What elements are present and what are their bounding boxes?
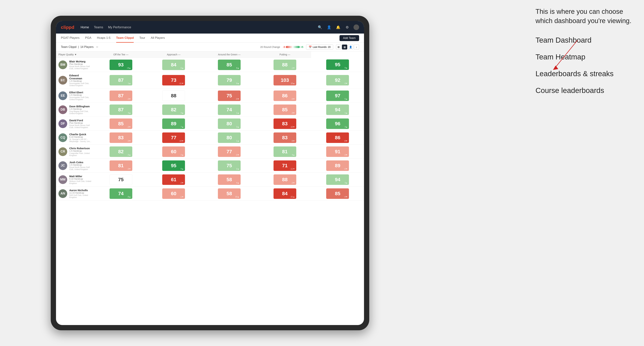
score-value: 87 bbox=[118, 93, 124, 99]
option-course-leaderboards: Course leaderboards bbox=[536, 86, 634, 95]
tab-hcaps[interactable]: Hcaps 1-5 bbox=[97, 34, 110, 43]
view-person-button[interactable]: 👤 bbox=[348, 44, 353, 49]
tab-pga[interactable]: PGA bbox=[85, 34, 91, 43]
score-value: 82 bbox=[171, 107, 176, 113]
score-value: 93 bbox=[118, 62, 124, 68]
table-area: Player Quality ▼ Off the Tee — Approach … bbox=[56, 51, 364, 325]
table-row[interactable]: CQCharlie Quick6-10 HandicapSt. George's… bbox=[56, 131, 364, 145]
table-row[interactable]: BMBlair McHargPlus HandicapRoyal North D… bbox=[56, 58, 364, 72]
player-cell[interactable]: DBDave Billingham1-5 HandicapGog Magog G… bbox=[56, 103, 94, 117]
score-delta: 4▲ bbox=[180, 112, 184, 114]
tab-all-players[interactable]: All Players bbox=[151, 34, 165, 43]
score-value: 60 bbox=[171, 191, 176, 196]
score-value: 97 bbox=[335, 93, 340, 99]
score-cell-putting: 943▲ bbox=[311, 173, 364, 187]
score-delta: -1▼ bbox=[180, 196, 184, 198]
view-heatmap-button[interactable]: ▦ bbox=[342, 44, 347, 49]
tab-pgat[interactable]: PGAT Players bbox=[61, 34, 80, 43]
settings-icon[interactable]: ⚙ bbox=[344, 24, 350, 30]
player-cell[interactable]: ANAaron Nicholls11-15 HandicapDrift Golf… bbox=[56, 187, 94, 201]
gradient-bar bbox=[286, 46, 300, 48]
table-row[interactable]: DBDave Billingham1-5 HandicapGog Magog G… bbox=[56, 103, 364, 117]
score-cell-quality: 93+9▲ bbox=[94, 58, 147, 72]
player-avatar: BM bbox=[58, 60, 67, 69]
top-nav: clippd Home Teams My Performance 🔍 👤 🔔 ⚙ bbox=[56, 21, 364, 33]
player-avatar: JC bbox=[58, 161, 67, 170]
table-row[interactable]: EEElliot Ebert1-5 HandicapSunningdale Go… bbox=[56, 89, 364, 103]
tab-tour[interactable]: Tour bbox=[139, 34, 145, 43]
nav-teams[interactable]: Teams bbox=[94, 25, 103, 29]
nav-my-performance[interactable]: My Performance bbox=[108, 25, 131, 29]
score-delta: -3▼ bbox=[291, 112, 295, 114]
search-icon[interactable]: 🔍 bbox=[317, 24, 323, 30]
table-row[interactable]: MMMatt Miller6-10 HandicapWoburn Golf Cl… bbox=[56, 173, 364, 187]
col-header-approach: Approach — bbox=[147, 51, 200, 58]
score-cell-off_tee: 60-1▼ bbox=[147, 187, 200, 201]
view-grid-button[interactable]: ⊞ bbox=[336, 44, 341, 49]
score-cell-approach: 5810▲ bbox=[200, 187, 258, 201]
score-cell-quality: 74-8▲ bbox=[94, 187, 147, 201]
score-delta: 1▲ bbox=[344, 112, 348, 114]
score-value: 85 bbox=[226, 62, 232, 68]
player-cell[interactable]: EEElliot Ebert1-5 HandicapSunningdale Go… bbox=[56, 89, 94, 103]
score-value: 85 bbox=[118, 121, 124, 127]
score-delta: 2▲ bbox=[236, 168, 239, 170]
player-avatar: EC bbox=[58, 76, 67, 85]
bell-icon[interactable]: 🔔 bbox=[335, 24, 341, 30]
player-club: Royal North Devon Golf Club, United King… bbox=[69, 166, 92, 170]
player-cell[interactable]: JCJosh Coles1-5 HandicapRoyal North Devo… bbox=[56, 159, 94, 173]
player-club: Gog Magog Golf Club, United Kingdom bbox=[69, 110, 92, 114]
score-value: 94 bbox=[335, 107, 340, 113]
score-cell-around: 88-2▼ bbox=[258, 173, 311, 187]
score-delta: -4▼ bbox=[344, 196, 348, 198]
score-value: 83 bbox=[282, 135, 288, 141]
score-delta: -3▼ bbox=[127, 126, 131, 128]
score-cell-off_tee: 88 bbox=[147, 89, 200, 103]
player-cell[interactable]: CRChris Robertson1-5 HandicapCraigmillar… bbox=[56, 145, 94, 159]
score-value: 75 bbox=[226, 163, 232, 169]
player-cell[interactable]: CQCharlie Quick6-10 HandicapSt. George's… bbox=[56, 131, 94, 145]
player-handicap: 1-5 Handicap bbox=[69, 94, 92, 96]
score-value: 89 bbox=[171, 121, 176, 127]
score-delta: 7▲ bbox=[180, 126, 184, 128]
avatar[interactable] bbox=[354, 24, 359, 30]
tab-team-clippd[interactable]: Team Clippd bbox=[116, 34, 134, 43]
player-cell[interactable]: BMBlair McHargPlus HandicapRoyal North D… bbox=[56, 58, 94, 72]
player-cell[interactable]: ECEdward Crossman1-5 HandicapSunningdale… bbox=[56, 72, 94, 89]
score-delta: 1▲ bbox=[236, 140, 239, 142]
score-value: 92 bbox=[335, 77, 340, 83]
table-row[interactable]: ANAaron Nicholls11-15 HandicapDrift Golf… bbox=[56, 187, 364, 201]
player-handicap: Plus Handicap bbox=[69, 63, 92, 65]
nav-icons: 🔍 👤 🔔 ⚙ bbox=[317, 24, 359, 30]
player-cell[interactable]: MMMatt Miller6-10 HandicapWoburn Golf Cl… bbox=[56, 173, 94, 187]
player-avatar: CQ bbox=[58, 133, 67, 142]
nav-home[interactable]: Home bbox=[81, 25, 89, 29]
player-cell[interactable]: DFDavid FordPlus HandicapRoyal North Dev… bbox=[56, 117, 94, 131]
table-row[interactable]: DFDavid FordPlus HandicapRoyal North Dev… bbox=[56, 117, 364, 131]
score-delta: 4▲ bbox=[292, 154, 295, 156]
calendar-icon: 📅 bbox=[309, 46, 312, 48]
score-cell-off_tee: 602▲ bbox=[147, 145, 200, 159]
table-row[interactable]: ECEdward Crossman1-5 HandicapSunningdale… bbox=[56, 72, 364, 89]
logo: clippd bbox=[61, 25, 74, 30]
player-name: Elliot Ebert bbox=[69, 91, 92, 94]
table-row[interactable]: JCJosh Coles1-5 HandicapRoyal North Devo… bbox=[56, 159, 364, 173]
score-value: 81 bbox=[282, 149, 288, 155]
last-rounds-button[interactable]: 📅 Last Rounds: 20 bbox=[306, 44, 333, 50]
score-delta: -21▲ bbox=[290, 196, 295, 198]
score-cell-approach: 77-3▼ bbox=[200, 145, 258, 159]
person-icon[interactable]: 👤 bbox=[326, 24, 332, 30]
score-cell-putting: 941▲ bbox=[311, 103, 364, 117]
add-team-button[interactable]: Add Team bbox=[340, 35, 359, 41]
score-cell-putting: 92-3▼ bbox=[311, 72, 364, 89]
score-value: 80 bbox=[226, 121, 232, 127]
score-cell-putting: 86-8▼ bbox=[311, 131, 364, 145]
score-delta: -3▼ bbox=[344, 82, 348, 84]
player-handicap: 11-15 Handicap bbox=[69, 192, 92, 194]
edit-icon[interactable]: ✏ bbox=[96, 46, 98, 48]
sub-header: Team Clippd | 14 Players ✏ 20 Round Chan… bbox=[56, 43, 364, 51]
score-cell-quality: 81-3▼ bbox=[94, 159, 147, 173]
score-cell-quality: 83-3▼ bbox=[94, 131, 147, 145]
view-download-button[interactable]: ↓ bbox=[354, 44, 359, 49]
table-row[interactable]: CRChris Robertson1-5 HandicapCraigmillar… bbox=[56, 145, 364, 159]
